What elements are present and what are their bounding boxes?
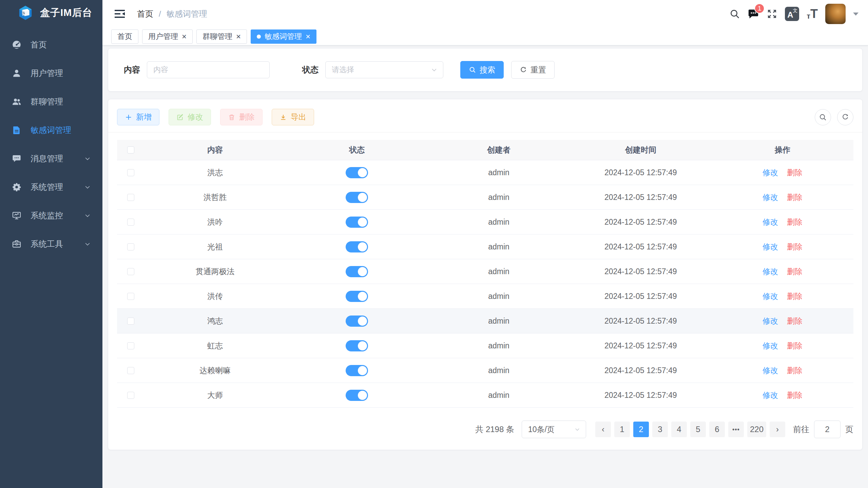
status-toggle[interactable] — [346, 340, 368, 351]
row-edit-link[interactable]: 修改 — [763, 365, 778, 376]
sidebar-item-system-monitor[interactable]: 系统监控 — [0, 201, 102, 230]
row-checkbox[interactable] — [127, 169, 134, 176]
row-delete-link[interactable]: 删除 — [787, 167, 803, 178]
page-ellipsis[interactable]: ••• — [728, 422, 744, 437]
sidebar-item-messages[interactable]: 消息管理 — [0, 144, 102, 173]
status-toggle[interactable] — [346, 390, 368, 401]
breadcrumb-home[interactable]: 首页 — [137, 8, 153, 19]
export-button[interactable]: 导出 — [272, 109, 314, 125]
row-delete-link[interactable]: 删除 — [787, 242, 803, 252]
user-menu-caret-icon[interactable] — [853, 13, 859, 16]
row-edit-link[interactable]: 修改 — [763, 316, 778, 326]
row-checkbox[interactable] — [127, 243, 134, 250]
message-icon — [12, 154, 22, 164]
tab-group-management[interactable]: 群聊管理 × — [196, 29, 247, 44]
tab-home[interactable]: 首页 — [111, 29, 138, 44]
search-icon — [819, 113, 827, 121]
refresh-table-button[interactable] — [837, 109, 853, 125]
font-size-icon[interactable]: тT — [807, 8, 818, 20]
row-edit-link[interactable]: 修改 — [763, 390, 778, 401]
font-size-large: T — [810, 8, 818, 20]
cell-created-time: 2024-12-05 12:57:49 — [570, 366, 712, 375]
row-delete-link[interactable]: 删除 — [787, 266, 803, 277]
close-icon[interactable]: × — [306, 33, 310, 41]
row-delete-link[interactable]: 删除 — [787, 341, 803, 351]
cell-content: 洪志 — [144, 167, 286, 178]
row-edit-link[interactable]: 修改 — [763, 341, 778, 351]
sidebar-item-label: 系统管理 — [31, 182, 84, 192]
select-all-checkbox[interactable] — [127, 146, 134, 154]
status-toggle[interactable] — [346, 316, 368, 327]
table-row: 贯通两极法 admin 2024-12-05 12:57:49 修改 删除 — [117, 259, 853, 284]
page-button-6[interactable]: 6 — [709, 422, 725, 437]
row-edit-link[interactable]: 修改 — [763, 291, 778, 302]
page-button-5[interactable]: 5 — [690, 422, 706, 437]
sidebar-item-home[interactable]: 首页 — [0, 30, 102, 59]
edit-button[interactable]: 修改 — [169, 109, 211, 125]
header-checkbox-cell — [117, 146, 144, 154]
row-delete-link[interactable]: 删除 — [787, 192, 803, 203]
status-toggle[interactable] — [346, 192, 368, 203]
row-delete-link[interactable]: 删除 — [787, 217, 803, 227]
tab-user-management[interactable]: 用户管理 × — [142, 29, 193, 44]
row-delete-link[interactable]: 删除 — [787, 316, 803, 326]
row-edit-link[interactable]: 修改 — [763, 192, 778, 203]
sidebar-collapse-button[interactable] — [114, 9, 126, 19]
row-checkbox[interactable] — [127, 392, 134, 399]
close-icon[interactable]: × — [236, 33, 241, 41]
prev-page-button[interactable]: ‹ — [595, 422, 611, 437]
fullscreen-icon[interactable] — [767, 8, 777, 19]
row-checkbox[interactable] — [127, 318, 134, 325]
row-delete-link[interactable]: 删除 — [787, 365, 803, 376]
messages-icon[interactable]: 1 — [748, 8, 759, 20]
app-logo[interactable]: 盒子IM后台 — [0, 0, 102, 26]
status-select[interactable]: 请选择 — [325, 61, 443, 78]
show-search-button[interactable] — [815, 109, 831, 125]
search-icon[interactable] — [729, 8, 740, 19]
delete-button[interactable]: 删除 — [220, 109, 263, 125]
page-button-220[interactable]: 220 — [747, 422, 766, 437]
status-toggle[interactable] — [346, 217, 368, 228]
status-toggle[interactable] — [346, 365, 368, 376]
row-checkbox[interactable] — [127, 367, 134, 374]
sidebar-item-system-tools[interactable]: 系统工具 — [0, 230, 102, 258]
tab-sensitive-words[interactable]: 敏感词管理 × — [251, 29, 316, 44]
content-field-label: 内容 — [124, 64, 140, 75]
row-delete-link[interactable]: 删除 — [787, 291, 803, 302]
sidebar-item-groups[interactable]: 群聊管理 — [0, 87, 102, 116]
add-button[interactable]: 新增 — [117, 109, 159, 125]
active-tab-dot — [257, 35, 261, 39]
row-checkbox[interactable] — [127, 194, 134, 201]
row-edit-link[interactable]: 修改 — [763, 266, 778, 277]
content-input[interactable] — [147, 61, 270, 78]
status-toggle[interactable] — [346, 167, 368, 178]
user-avatar[interactable] — [825, 4, 846, 24]
goto-page-input[interactable] — [814, 421, 841, 438]
cell-actions: 修改 删除 — [712, 266, 853, 277]
reset-button[interactable]: 重置 — [511, 61, 555, 79]
close-icon[interactable]: × — [182, 33, 187, 41]
sidebar-item-system-admin[interactable]: 系统管理 — [0, 173, 102, 201]
page-button-2[interactable]: 2 — [633, 422, 649, 437]
sidebar-item-users[interactable]: 用户管理 — [0, 59, 102, 87]
row-edit-link[interactable]: 修改 — [763, 242, 778, 252]
row-checkbox[interactable] — [127, 268, 134, 275]
page-button-3[interactable]: 3 — [652, 422, 668, 437]
row-delete-link[interactable]: 删除 — [787, 390, 803, 401]
status-toggle[interactable] — [346, 266, 368, 277]
row-checkbox[interactable] — [127, 293, 134, 300]
row-edit-link[interactable]: 修改 — [763, 217, 778, 227]
language-icon[interactable]: A 文 — [785, 7, 799, 21]
sidebar-item-sensitive-words[interactable]: 敏感词管理 — [0, 116, 102, 144]
row-edit-link[interactable]: 修改 — [763, 167, 778, 178]
search-button[interactable]: 搜索 — [460, 61, 504, 79]
row-checkbox[interactable] — [127, 219, 134, 226]
status-toggle[interactable] — [346, 291, 368, 302]
cell-creator: admin — [428, 366, 570, 375]
row-checkbox[interactable] — [127, 342, 134, 349]
next-page-button[interactable]: › — [770, 422, 785, 437]
page-button-4[interactable]: 4 — [671, 422, 687, 437]
status-toggle[interactable] — [346, 241, 368, 252]
page-button-1[interactable]: 1 — [614, 422, 630, 437]
page-size-select[interactable]: 10条/页 — [522, 421, 586, 438]
